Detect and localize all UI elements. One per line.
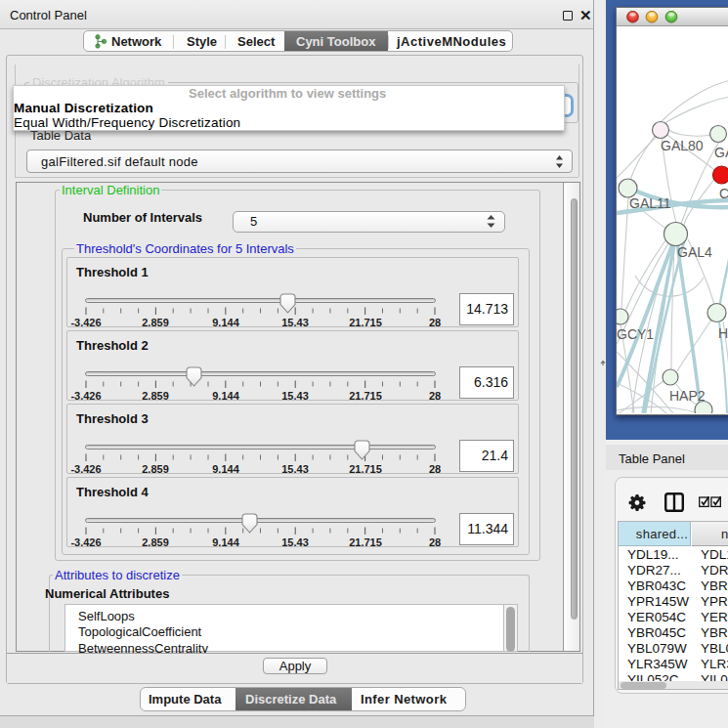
- svg-text:HAP2: HAP2: [669, 388, 706, 404]
- svg-text:H: H: [718, 325, 728, 341]
- svg-text:GCY1: GCY1: [617, 326, 654, 342]
- svg-text:C: C: [719, 186, 728, 201]
- svg-text:GAL11: GAL11: [629, 195, 671, 211]
- svg-text:GAL4: GAL4: [677, 244, 712, 260]
- svg-text:GAL80: GAL80: [661, 138, 704, 153]
- svg-text:GAL: GAL: [714, 145, 728, 160]
